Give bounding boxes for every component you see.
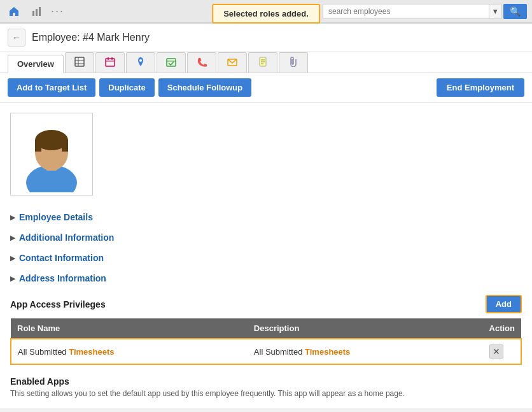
svg-rect-0 bbox=[32, 11, 34, 16]
main-content: ▶ Employee Details ▶ Additional Informat… bbox=[0, 103, 532, 408]
tab-pin[interactable] bbox=[126, 52, 155, 73]
enabled-apps-description: This setting allows you to set the defau… bbox=[10, 389, 522, 398]
svg-rect-24 bbox=[62, 140, 68, 152]
employee-details-label: Employee Details bbox=[19, 212, 93, 222]
note-icon bbox=[258, 57, 268, 69]
svg-point-11 bbox=[139, 59, 142, 62]
employee-title: Employee: #4 Mark Henry bbox=[32, 32, 150, 43]
table-icon bbox=[74, 57, 85, 69]
email-icon bbox=[227, 57, 237, 69]
svg-rect-1 bbox=[36, 9, 38, 16]
app-access-title: App Access Privileges bbox=[10, 299, 106, 309]
tab-note[interactable] bbox=[248, 52, 277, 73]
alert-banner: Selected roles added. bbox=[212, 4, 320, 24]
check-calendar-icon bbox=[166, 57, 176, 69]
employee-avatar bbox=[10, 113, 93, 195]
calendar-icon bbox=[105, 57, 115, 69]
svg-rect-23 bbox=[35, 140, 41, 152]
employee-details-section[interactable]: ▶ Employee Details bbox=[10, 207, 522, 227]
tab-attachment[interactable] bbox=[279, 52, 308, 73]
role-name-cell: All Submitted Timesheets bbox=[11, 339, 248, 364]
action-cell: ✕ bbox=[483, 339, 521, 364]
tab-row: Overview bbox=[0, 52, 532, 73]
address-info-section[interactable]: ▶ Address Information bbox=[10, 268, 522, 288]
add-privilege-button[interactable]: Add bbox=[486, 295, 522, 313]
description-cell: All Submitted Timesheets bbox=[248, 339, 483, 364]
search-dropdown-btn[interactable]: ▾ bbox=[489, 4, 501, 18]
search-button[interactable]: 🔍 bbox=[503, 4, 527, 19]
address-info-label: Address Information bbox=[19, 273, 106, 283]
phone-icon bbox=[197, 57, 207, 69]
svg-rect-12 bbox=[167, 59, 176, 66]
contact-info-section[interactable]: ▶ Contact Information bbox=[10, 248, 522, 268]
end-employment-button[interactable]: End Employment bbox=[437, 78, 524, 97]
table-row: All Submitted Timesheets All Submitted T… bbox=[11, 339, 521, 364]
tab-calendar[interactable] bbox=[95, 52, 125, 73]
col-action: Action bbox=[483, 318, 521, 339]
schedule-followup-button[interactable]: Schedule Followup bbox=[158, 78, 251, 97]
tab-phone[interactable] bbox=[187, 52, 216, 73]
additional-info-label: Additional Information bbox=[19, 232, 114, 243]
app-access-header: App Access Privileges Add bbox=[10, 295, 522, 313]
search-container: ▾ 🔍 bbox=[323, 4, 527, 19]
paperclip-icon bbox=[288, 57, 298, 69]
svg-rect-2 bbox=[39, 7, 41, 16]
tab-overview[interactable]: Overview bbox=[8, 55, 64, 73]
additional-info-arrow: ▶ bbox=[10, 234, 15, 242]
contact-info-arrow: ▶ bbox=[10, 254, 15, 262]
house-icon[interactable] bbox=[5, 3, 23, 20]
enabled-apps-title: Enabled Apps bbox=[10, 376, 522, 387]
tab-check-calendar[interactable] bbox=[157, 52, 186, 73]
bar-chart-icon[interactable] bbox=[28, 3, 46, 20]
pin-icon bbox=[136, 57, 146, 69]
col-role-name: Role Name bbox=[11, 318, 248, 339]
additional-info-section[interactable]: ▶ Additional Information bbox=[10, 227, 522, 248]
address-info-arrow: ▶ bbox=[10, 274, 15, 283]
svg-rect-7 bbox=[106, 59, 115, 66]
action-row: Add to Target List Duplicate Schedule Fo… bbox=[0, 73, 532, 103]
description-highlight: Timesheets bbox=[305, 347, 350, 357]
employee-header: ← Employee: #4 Mark Henry bbox=[0, 24, 532, 52]
back-button[interactable]: ← bbox=[8, 29, 25, 46]
duplicate-button[interactable]: Duplicate bbox=[99, 78, 155, 97]
more-options-icon[interactable]: ··· bbox=[51, 4, 64, 18]
add-to-target-list-button[interactable]: Add to Target List bbox=[8, 78, 95, 97]
tab-table[interactable] bbox=[65, 52, 94, 73]
remove-role-button[interactable]: ✕ bbox=[489, 345, 503, 359]
role-name-highlight: Timesheets bbox=[69, 347, 114, 357]
contact-info-label: Contact Information bbox=[19, 253, 104, 263]
search-input[interactable] bbox=[323, 4, 489, 18]
employee-details-arrow: ▶ bbox=[10, 213, 15, 222]
tab-email[interactable] bbox=[218, 52, 247, 73]
privileges-table: Role Name Description Action All Submitt… bbox=[10, 318, 522, 365]
col-description: Description bbox=[248, 318, 483, 339]
svg-rect-3 bbox=[75, 57, 84, 66]
